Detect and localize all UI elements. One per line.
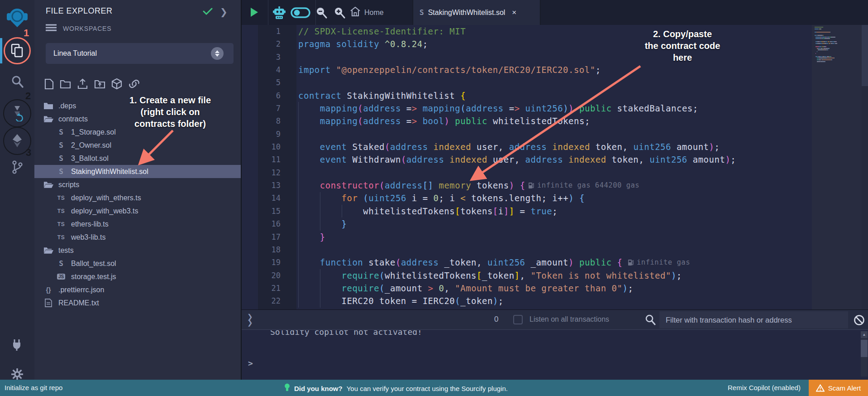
tree-item--deps[interactable]: .deps	[34, 99, 241, 112]
file-tree: .depscontractsS1_Storage.solS2_Owner.sol…	[34, 99, 241, 309]
deploy-run-icon[interactable]	[0, 130, 34, 151]
tree-item-ballot-test-sol[interactable]: SBallot_test.sol	[34, 257, 241, 270]
tree-item--prettierrc-json[interactable]: {}.prettierrc.json	[34, 283, 241, 296]
transaction-filter-input[interactable]	[659, 311, 848, 328]
code-line[interactable]: 7 mapping(address => mapping(address => …	[242, 102, 868, 115]
code-line[interactable]: 22 IERC20 token = IERC20(_token);	[242, 295, 868, 307]
create-folder-icon[interactable]	[60, 79, 71, 89]
tree-item-ethers-lib-ts[interactable]: TSethers-lib.ts	[34, 217, 241, 231]
tree-item-deploy-with-ethers-ts[interactable]: TSdeploy_with_ethers.ts	[34, 191, 241, 204]
line-number: 20	[242, 269, 281, 282]
line-number: 5	[242, 76, 281, 89]
code-line[interactable]: 18	[242, 243, 868, 256]
workspace-select[interactable]: Linea Tutorial	[46, 43, 234, 64]
tree-item-stakingwithwhitelist-sol[interactable]: SStakingWithWhitelist.sol	[34, 165, 241, 178]
code-line[interactable]: 8 mapping(address => bool) public whitel…	[242, 115, 868, 127]
copilot-robot-icon[interactable]	[272, 6, 286, 21]
clear-console-icon[interactable]	[854, 314, 865, 328]
tab-staking-with-whitelist[interactable]: S StakingWithWhitelist.sol ×	[413, 0, 540, 25]
file-explorer-panel: FILE EXPLORER ❯ WORKSPACES Linea Tutoria…	[34, 0, 241, 380]
tree-item-scripts[interactable]: scripts	[34, 178, 241, 191]
tab-close-icon[interactable]: ×	[512, 8, 516, 17]
code-line[interactable]: 13 constructor(address[] memory tokens) …	[242, 179, 868, 192]
tree-item-label: deploy_with_ethers.ts	[71, 194, 141, 202]
js-icon: JS	[56, 274, 66, 280]
tree-item-contracts[interactable]: contracts	[34, 112, 241, 126]
tab-home[interactable]: Home	[350, 0, 384, 25]
code-line[interactable]: 15 whitelistedTokens[tokens[i]] = true;	[242, 205, 868, 217]
upload-file-icon[interactable]	[77, 78, 88, 90]
editor-scrollbar-thumb[interactable]	[862, 25, 868, 86]
search-icon[interactable]	[0, 72, 34, 92]
tree-item-deploy-with-web3-ts[interactable]: TSdeploy_with_web3.ts	[34, 204, 241, 217]
tree-item-label: StakingWithWhitelist.sol	[71, 168, 148, 176]
code-line[interactable]: 4import "@openzeppelin/contracts/token/E…	[242, 63, 868, 76]
tree-item-label: .deps	[58, 102, 76, 110]
tree-item-label: web3-lib.ts	[71, 233, 105, 241]
plugin-manager-icon[interactable]	[0, 334, 34, 354]
zoom-out-icon[interactable]	[315, 6, 328, 21]
sol-icon: S	[56, 259, 66, 268]
terminal-scrollbar[interactable]: ▲	[861, 331, 868, 377]
tree-item-tests[interactable]: tests	[34, 244, 241, 257]
terminal-search-icon[interactable]	[644, 314, 656, 328]
git-status-check-icon[interactable]	[203, 7, 213, 17]
code-line[interactable]: 19 function stake(address _token, uint25…	[242, 256, 868, 269]
icon-rail: 1 2 3	[0, 0, 34, 380]
line-number: 15	[242, 205, 281, 217]
remix-copilot-status[interactable]: Remix Copilot (enabled)	[728, 384, 801, 391]
workspaces-menu-icon[interactable]	[46, 24, 57, 34]
expand-chevron-icon[interactable]: ❯	[220, 6, 228, 17]
code-line[interactable]: 17 }	[242, 231, 868, 243]
code-line[interactable]: 20 require(whitelistedTokens[_token], "T…	[242, 269, 868, 282]
link-icon[interactable]	[128, 78, 140, 89]
tree-item-storage-test-js[interactable]: JSstorage.test.js	[34, 270, 241, 283]
tree-item-web3-lib-ts[interactable]: TSweb3-lib.ts	[34, 231, 241, 244]
line-number: 16	[242, 217, 281, 230]
line-number: 11	[242, 153, 281, 166]
solidity-compiler-icon[interactable]	[0, 102, 34, 124]
zoom-in-icon[interactable]	[333, 6, 346, 21]
code-line[interactable]: 14 for (uint256 i = 0; i < tokens.length…	[242, 192, 868, 204]
run-script-button[interactable]	[250, 7, 258, 19]
scam-alert-button[interactable]: Scam Alert	[809, 380, 868, 396]
code-line[interactable]: 6contract StakingWithWhitelist {	[242, 89, 868, 102]
file-explorer-icon[interactable]	[0, 40, 34, 62]
code-line[interactable]: 9	[242, 128, 868, 140]
code-editor[interactable]: 1// SPDX-License-Identifier: MIT2pragma …	[242, 25, 868, 309]
lightbulb-icon	[284, 383, 290, 394]
editor-tab-bar: Home S StakingWithWhitelist.sol ×	[242, 0, 868, 25]
upload-folder-icon[interactable]	[94, 79, 105, 89]
create-file-icon[interactable]	[44, 78, 54, 90]
line-number: 1	[242, 25, 281, 38]
main-panel: Home S StakingWithWhitelist.sol × 1// SP…	[241, 0, 868, 380]
minimap[interactable]	[812, 25, 862, 309]
code-line[interactable]: 3	[242, 51, 868, 63]
terminal-output[interactable]: Solidity copilot not activated! > ▲	[242, 330, 868, 380]
code-line[interactable]: 11 event Withdrawn(address indexed user,…	[242, 153, 868, 166]
code-line[interactable]: 12	[242, 166, 868, 179]
tree-item-3-ballot-sol[interactable]: S3_Ballot.sol	[34, 152, 241, 165]
tab-home-label: Home	[364, 9, 384, 17]
init-git-repo-button[interactable]: Initialize as git repo	[5, 384, 62, 391]
code-line[interactable]: 5	[242, 76, 868, 89]
ipfs-cube-icon[interactable]	[111, 78, 122, 90]
tree-item-2-owner-sol[interactable]: S2_Owner.sol	[34, 139, 241, 152]
terminal-collapse-icon[interactable]: ❯❯	[247, 314, 253, 325]
copilot-toggle[interactable]	[291, 7, 310, 20]
listen-transactions-checkbox[interactable]	[513, 315, 523, 324]
workspace-cycle-button[interactable]	[211, 47, 224, 60]
code-line[interactable]: 10 event Staked(address indexed user, ad…	[242, 140, 868, 153]
tree-item-readme-txt[interactable]: README.txt	[34, 296, 241, 309]
code-line[interactable]: 16 }	[242, 217, 868, 230]
code-line[interactable]: 21 require(_amount > 0, "Amount must be …	[242, 282, 868, 295]
git-branch-icon[interactable]	[0, 158, 34, 177]
code-line[interactable]: 2pragma solidity ^0.8.24;	[242, 38, 868, 50]
remix-logo-icon[interactable]	[0, 5, 34, 30]
line-number: 4	[242, 63, 281, 76]
annotation-number-2: 2	[25, 90, 31, 102]
did-you-know-label: Did you know?	[294, 385, 343, 392]
tree-item-label: .prettierrc.json	[58, 286, 104, 294]
code-line[interactable]: 1// SPDX-License-Identifier: MIT	[242, 25, 868, 38]
tree-item-1-storage-sol[interactable]: S1_Storage.sol	[34, 126, 241, 139]
